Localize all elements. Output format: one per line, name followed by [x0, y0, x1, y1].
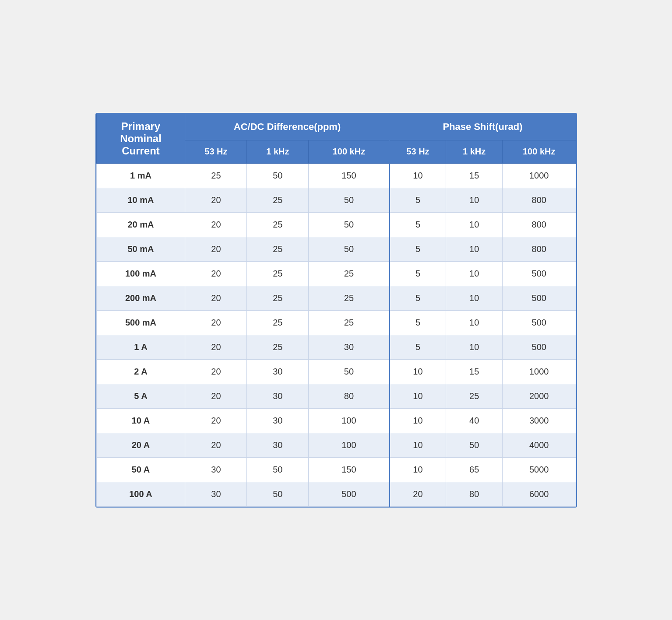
data-cell-ps_53: 5 [390, 237, 446, 261]
data-cell-acdc_100k: 50 [309, 212, 390, 237]
data-cell-ps_53: 5 [390, 212, 446, 237]
data-cell-ps_1k: 80 [446, 482, 503, 506]
data-cell-acdc_53: 20 [185, 310, 247, 335]
data-cell-acdc_100k: 50 [309, 188, 390, 212]
data-cell-ps_53: 20 [390, 482, 446, 506]
data-cell-ps_100k: 2000 [502, 384, 576, 408]
data-cell-ps_100k: 500 [502, 310, 576, 335]
data-cell-acdc_1k: 25 [247, 188, 309, 212]
data-cell-acdc_1k: 25 [247, 286, 309, 310]
data-cell-ps_53: 10 [390, 384, 446, 408]
current-label: 10 mA [96, 188, 185, 212]
data-cell-acdc_1k: 50 [247, 457, 309, 482]
current-label: 100 A [96, 482, 185, 506]
current-label: 100 mA [96, 261, 185, 286]
table-row: 200 mA202525510500 [96, 286, 576, 310]
data-cell-ps_100k: 500 [502, 286, 576, 310]
data-cell-ps_1k: 10 [446, 188, 503, 212]
data-cell-acdc_53: 20 [185, 433, 247, 457]
data-cell-ps_100k: 5000 [502, 457, 576, 482]
current-label: 1 A [96, 335, 185, 359]
current-label: 1 mA [96, 163, 185, 188]
data-cell-acdc_100k: 150 [309, 163, 390, 188]
data-cell-ps_1k: 40 [446, 408, 503, 433]
data-cell-acdc_1k: 30 [247, 384, 309, 408]
data-cell-ps_1k: 15 [446, 163, 503, 188]
data-cell-acdc_1k: 50 [247, 163, 309, 188]
current-label: 20 mA [96, 212, 185, 237]
table-row: 1 mA255015010151000 [96, 163, 576, 188]
data-cell-ps_53: 10 [390, 408, 446, 433]
table-row: 20 A203010010504000 [96, 433, 576, 457]
data-cell-acdc_53: 30 [185, 482, 247, 506]
data-cell-acdc_1k: 25 [247, 237, 309, 261]
data-cell-ps_53: 10 [390, 433, 446, 457]
data-cell-acdc_53: 20 [185, 359, 247, 384]
data-cell-acdc_1k: 50 [247, 482, 309, 506]
table-row: 10 A203010010403000 [96, 408, 576, 433]
data-cell-acdc_53: 20 [185, 384, 247, 408]
data-cell-ps_100k: 800 [502, 212, 576, 237]
data-cell-acdc_1k: 25 [247, 310, 309, 335]
data-cell-acdc_53: 20 [185, 261, 247, 286]
data-cell-ps_100k: 500 [502, 335, 576, 359]
acdc-53hz-header: 53 Hz [185, 140, 247, 163]
data-cell-acdc_100k: 25 [309, 286, 390, 310]
data-cell-ps_53: 10 [390, 457, 446, 482]
table-row: 2 A20305010151000 [96, 359, 576, 384]
data-cell-ps_100k: 4000 [502, 433, 576, 457]
data-cell-acdc_53: 20 [185, 335, 247, 359]
data-cell-acdc_53: 25 [185, 163, 247, 188]
data-table: PrimaryNominalCurrent AC/DC Difference(p… [96, 114, 576, 507]
data-cell-acdc_100k: 50 [309, 359, 390, 384]
data-cell-ps_53: 10 [390, 163, 446, 188]
primary-nominal-current-header: PrimaryNominalCurrent [96, 114, 185, 163]
data-cell-ps_53: 5 [390, 335, 446, 359]
table-row: 20 mA202550510800 [96, 212, 576, 237]
table-row: 100 mA202525510500 [96, 261, 576, 286]
data-cell-acdc_1k: 25 [247, 261, 309, 286]
data-cell-acdc_1k: 30 [247, 433, 309, 457]
acdc-100khz-header: 100 kHz [309, 140, 390, 163]
data-cell-ps_53: 5 [390, 286, 446, 310]
data-cell-acdc_53: 30 [185, 457, 247, 482]
current-label: 2 A [96, 359, 185, 384]
ps-1khz-header: 1 kHz [446, 140, 503, 163]
data-cell-acdc_100k: 100 [309, 433, 390, 457]
acdc-difference-header: AC/DC Difference(ppm) [185, 114, 390, 140]
data-cell-ps_1k: 65 [446, 457, 503, 482]
data-cell-ps_1k: 10 [446, 335, 503, 359]
data-cell-acdc_100k: 30 [309, 335, 390, 359]
data-cell-acdc_100k: 25 [309, 261, 390, 286]
data-cell-ps_53: 5 [390, 261, 446, 286]
current-label: 20 A [96, 433, 185, 457]
data-cell-ps_100k: 6000 [502, 482, 576, 506]
data-cell-acdc_100k: 50 [309, 237, 390, 261]
table-row: 5 A20308010252000 [96, 384, 576, 408]
data-cell-acdc_1k: 30 [247, 359, 309, 384]
data-cell-ps_100k: 500 [502, 261, 576, 286]
data-cell-acdc_100k: 25 [309, 310, 390, 335]
data-cell-ps_100k: 800 [502, 188, 576, 212]
data-cell-acdc_100k: 500 [309, 482, 390, 506]
main-table-wrapper: PrimaryNominalCurrent AC/DC Difference(p… [95, 113, 577, 508]
data-cell-ps_53: 5 [390, 310, 446, 335]
table-row: 50 A305015010655000 [96, 457, 576, 482]
data-cell-ps_1k: 10 [446, 261, 503, 286]
table-row: 10 mA202550510800 [96, 188, 576, 212]
current-label: 50 mA [96, 237, 185, 261]
data-cell-ps_1k: 50 [446, 433, 503, 457]
data-cell-ps_100k: 1000 [502, 163, 576, 188]
current-label: 500 mA [96, 310, 185, 335]
phase-shift-header: Phase Shift(urad) [390, 114, 576, 140]
data-cell-acdc_53: 20 [185, 408, 247, 433]
data-cell-ps_100k: 3000 [502, 408, 576, 433]
data-cell-acdc_53: 20 [185, 237, 247, 261]
current-label: 200 mA [96, 286, 185, 310]
ps-53hz-header: 53 Hz [390, 140, 446, 163]
data-cell-acdc_100k: 80 [309, 384, 390, 408]
data-cell-acdc_53: 20 [185, 212, 247, 237]
current-label: 5 A [96, 384, 185, 408]
data-cell-ps_1k: 10 [446, 237, 503, 261]
data-cell-ps_100k: 1000 [502, 359, 576, 384]
